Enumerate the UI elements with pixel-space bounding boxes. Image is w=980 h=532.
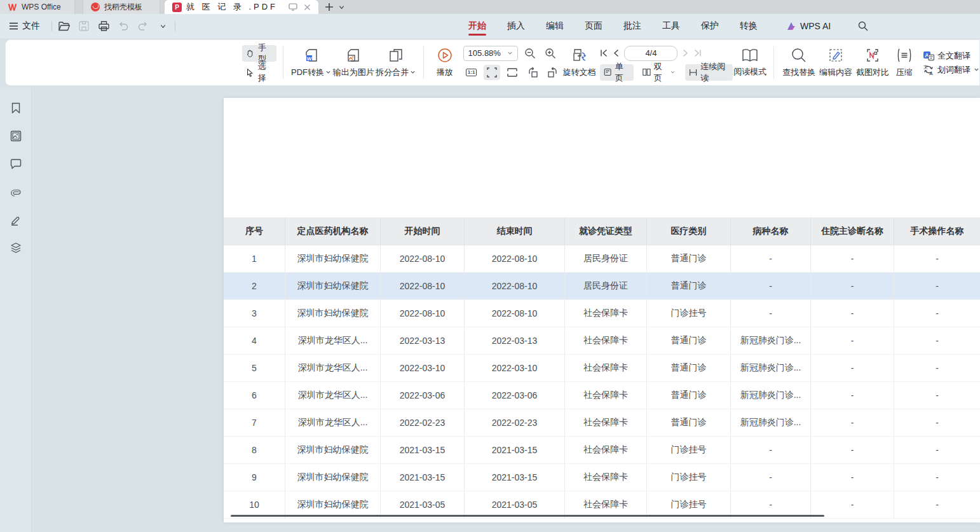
read-mode-button[interactable]: 阅读模式 [733,40,767,85]
table-cell: 新冠肺炎门诊... [731,382,811,409]
page-number-input[interactable] [624,46,677,61]
rotate-right-button[interactable] [545,65,561,80]
table-cell: - [811,245,894,273]
split-merge-label: 拆分合并 [376,67,409,78]
double-page-button[interactable]: 双页 [639,64,680,81]
rotate-document-button[interactable]: 旋转文档 [561,40,598,85]
split-merge-button[interactable]: 拆分合并 [374,40,417,85]
menu-comment[interactable]: 批注 [622,15,643,37]
fit-page-button[interactable] [484,65,500,80]
menu-wps-ai[interactable]: WPS AI [786,21,831,31]
table-cell: 社会保障卡 [565,327,647,355]
screenshot-compare-button[interactable]: 截图对比 [854,40,891,85]
table-row[interactable]: 7深圳市龙华区人...2022-02-232022-02-23社会保障卡普通门诊… [224,409,980,437]
rotate-left-icon [527,67,538,78]
table-cell: 普通门诊 [647,355,731,382]
full-text-translate-button[interactable]: A 文 全文翻译 [923,50,979,62]
comments-panel-button[interactable] [7,156,25,172]
hand-tool-button[interactable]: 手型 [242,45,276,62]
new-tab-icon[interactable] [325,3,334,11]
play-button[interactable]: 播放 [430,40,459,85]
file-menu-button[interactable]: 文件 [0,20,46,32]
zoom-level-select[interactable]: 105.88% [463,46,518,61]
compress-button[interactable]: 压缩 [891,40,918,85]
actual-size-button[interactable]: 1:1 [463,65,480,80]
word-translate-button[interactable]: A 文 划词翻译 [923,64,979,76]
continuous-reading-button[interactable]: 连续阅读 [685,64,733,81]
monitor-icon[interactable] [289,3,297,11]
table-cell: 普通门诊 [647,245,731,273]
folder-open-icon [58,22,70,31]
close-tab-icon[interactable] [304,4,311,11]
table-cell: 4 [224,327,285,355]
double-page-icon [643,67,651,77]
annotation-panel-button[interactable] [7,212,25,228]
fit-width-button[interactable] [504,65,521,80]
previous-page-icon[interactable] [613,49,619,57]
quick-access-more-button[interactable] [156,19,170,33]
attachments-panel-button[interactable] [7,184,25,200]
menu-search-button[interactable] [858,21,868,31]
rotate-left-button[interactable] [524,65,541,80]
select-tool-button[interactable]: 选择 [242,64,276,81]
table-row[interactable]: 1深圳市妇幼保健院2022-08-102022-08-10居民身份证普通门诊--… [224,245,980,273]
edit-content-button[interactable]: 编辑内容 [817,40,854,85]
fit-width-icon [507,68,518,77]
table-row[interactable]: 8深圳市妇幼保健院2021-03-152021-03-15社会保障卡门诊挂号--… [224,437,980,464]
read-mode-label: 阅读模式 [733,66,766,78]
table-row[interactable]: 9深圳市妇幼保健院2021-03-152021-03-15社会保障卡门诊挂号--… [224,464,980,491]
thumbnails-panel-button[interactable] [7,128,25,144]
table-cell: 2021-03-15 [381,437,465,464]
print-button[interactable] [97,19,111,33]
bookmarks-panel-button[interactable] [7,100,25,116]
find-replace-button[interactable]: 查找替换 [780,40,817,85]
zoom-out-button[interactable] [522,46,538,61]
open-file-button[interactable] [57,19,71,33]
svg-text:文: 文 [929,55,934,60]
table-row[interactable]: 5深圳市龙华区人...2022-03-102022-03-10社会保障卡普通门诊… [224,355,980,382]
save-button[interactable] [77,19,91,33]
tab-docer-templates[interactable]: 找稻壳模板 [83,0,160,14]
pdf-page[interactable]: 序号定点医药机构名称开始时间结束时间就诊凭证类型医疗类别病种名称住院主诊断名称手… [224,98,980,522]
table-row[interactable]: 6深圳市龙华区人...2022-03-062022-03-06社会保障卡普通门诊… [224,382,980,409]
first-page-icon[interactable] [600,49,608,57]
cursor-arrow-icon [246,67,254,78]
table-cell: 深圳市妇幼保健院 [285,273,381,300]
table-cell: 普通门诊 [647,382,731,409]
zoom-in-button[interactable] [542,46,559,61]
table-cell: 深圳市妇幼保健院 [285,300,381,327]
pdf-file-icon: P [172,3,182,12]
next-page-icon[interactable] [683,49,688,57]
menu-home[interactable]: 开始 [467,15,487,37]
menu-tools[interactable]: 工具 [661,15,681,37]
document-canvas[interactable]: 序号定点医药机构名称开始时间结束时间就诊凭证类型医疗类别病种名称住院主诊断名称手… [32,87,980,532]
redo-button[interactable] [136,19,150,33]
horizontal-scrollbar[interactable] [231,515,824,517]
divider [283,46,283,79]
last-page-icon[interactable] [693,49,702,57]
divider [175,21,175,31]
table-cell: 门诊挂号 [647,437,731,464]
wps-logo-icon [8,3,17,11]
tab-wps-office[interactable]: WPS Office [0,0,75,14]
undo-button[interactable] [116,19,130,33]
table-row[interactable]: 4深圳市龙华区人...2022-03-132022-03-13社会保障卡普通门诊… [224,327,980,355]
layers-panel-button[interactable] [7,240,25,256]
menu-page[interactable]: 页面 [583,15,604,37]
tab-document-active[interactable]: P 就 医 记 录 .PDF [165,0,318,14]
table-cell: 社会保障卡 [565,437,647,464]
tab-list-chevron-icon[interactable] [339,4,344,10]
menu-edit[interactable]: 编辑 [545,15,565,37]
menu-insert[interactable]: 插入 [506,15,526,37]
pdf-convert-button[interactable]: W PDF转换 [290,40,332,85]
table-cell: 普通门诊 [647,327,731,355]
table-cell: 社会保障卡 [565,300,647,327]
menu-protect[interactable]: 保护 [700,15,720,37]
chevron-down-icon [160,24,166,29]
table-row[interactable]: 3深圳市妇幼保健院2022-08-102022-08-10社会保障卡门诊挂号--… [224,300,980,327]
export-image-button[interactable]: 输出为图片 [332,40,375,85]
table-row[interactable]: 2深圳市妇幼保健院2022-08-102022-08-10居民身份证普通门诊--… [224,273,980,300]
menu-convert[interactable]: 转换 [738,15,759,37]
rotate-document-icon [572,48,587,63]
single-page-button[interactable]: 单页 [600,64,634,81]
